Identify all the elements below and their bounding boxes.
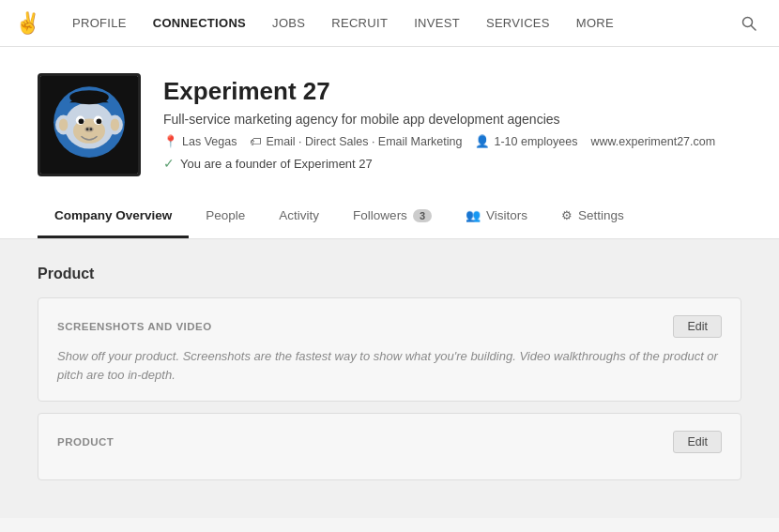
section-title: Product [38,266,741,282]
company-tagline: Full-service marketing agency for mobile… [163,112,715,127]
location-text: Las Vegas [182,135,237,148]
tab-settings-label: Settings [578,208,624,222]
svg-point-8 [79,118,84,124]
svg-point-9 [97,118,102,124]
tab-visitors[interactable]: 👥 Visitors [449,195,544,238]
search-icon[interactable] [734,8,764,38]
tags-item: 🏷 Email · Direct Sales · Email Marketing [250,135,462,148]
nav-jobs[interactable]: JOBS [259,0,318,47]
navbar: ✌ PROFILE CONNECTIONS JOBS RECRUIT INVES… [0,0,779,47]
svg-point-13 [111,118,119,130]
company-logo [38,73,141,176]
company-name: Experiment 27 [163,77,715,106]
svg-point-15 [86,128,89,130]
tab-activity[interactable]: Activity [262,195,336,238]
tags-text: Email · Direct Sales · Email Marketing [266,135,462,148]
tab-activity-label: Activity [279,208,319,222]
profile-info: Experiment 27 Full-service marketing age… [163,73,715,171]
tag-icon: 🏷 [250,135,262,148]
settings-icon: ⚙ [561,208,573,222]
tab-settings[interactable]: ⚙ Settings [544,195,641,238]
tab-company-overview[interactable]: Company Overview [38,195,189,238]
tab-visitors-label: Visitors [486,208,527,222]
tab-followers-label: Followers [353,208,407,222]
profile-section: Experiment 27 Full-service marketing age… [0,47,779,239]
screenshots-description: Show off your product. Screenshots are t… [57,347,722,384]
product-label: PRODUCT [57,436,114,448]
screenshots-edit-button[interactable]: Edit [673,315,722,338]
product-card-header: PRODUCT Edit [57,431,722,453]
nav-invest[interactable]: INVEST [401,0,473,47]
main-content: Product SCREENSHOTS AND VIDEO Edit Show … [0,239,779,518]
followers-badge: 3 [413,209,432,222]
website-item[interactable]: www.experiment27.com [590,135,715,148]
visitors-icon: 👥 [466,208,481,222]
nav-links: PROFILE CONNECTIONS JOBS RECRUIT INVEST … [59,0,734,47]
screenshots-label: SCREENSHOTS AND VIDEO [57,321,212,332]
product-card: PRODUCT Edit [38,413,741,480]
tab-people-label: People [206,208,245,222]
nav-connections[interactable]: CONNECTIONS [140,0,259,47]
founder-text: You are a founder of Experiment 27 [180,157,373,171]
screenshots-card-header: SCREENSHOTS AND VIDEO Edit [57,315,722,338]
nav-more[interactable]: MORE [563,0,627,47]
tab-bar: Company Overview People Activity Followe… [38,195,741,238]
founder-line: ✓ You are a founder of Experiment 27 [163,156,715,171]
product-edit-button[interactable]: Edit [673,431,722,453]
website-text: www.experiment27.com [590,135,715,148]
tab-company-overview-label: Company Overview [54,208,172,222]
location-item: 📍 Las Vegas [163,134,237,148]
tab-followers[interactable]: Followers 3 [336,195,449,238]
employees-icon: 👤 [475,134,490,148]
svg-point-11 [59,118,68,130]
svg-line-1 [752,25,756,30]
site-logo: ✌ [15,11,40,36]
location-icon: 📍 [163,134,178,148]
svg-point-16 [89,128,92,130]
employees-text: 1-10 employees [494,135,577,148]
profile-top: Experiment 27 Full-service marketing age… [38,73,741,176]
screenshots-card: SCREENSHOTS AND VIDEO Edit Show off your… [38,297,741,402]
nav-recruit[interactable]: RECRUIT [318,0,401,47]
nav-services[interactable]: SERVICES [473,0,563,47]
nav-profile[interactable]: PROFILE [59,0,140,47]
tab-people[interactable]: People [189,195,262,238]
checkmark-icon: ✓ [163,156,175,171]
company-meta: 📍 Las Vegas 🏷 Email · Direct Sales · Ema… [163,134,715,148]
employees-item: 👤 1-10 employees [475,134,577,148]
